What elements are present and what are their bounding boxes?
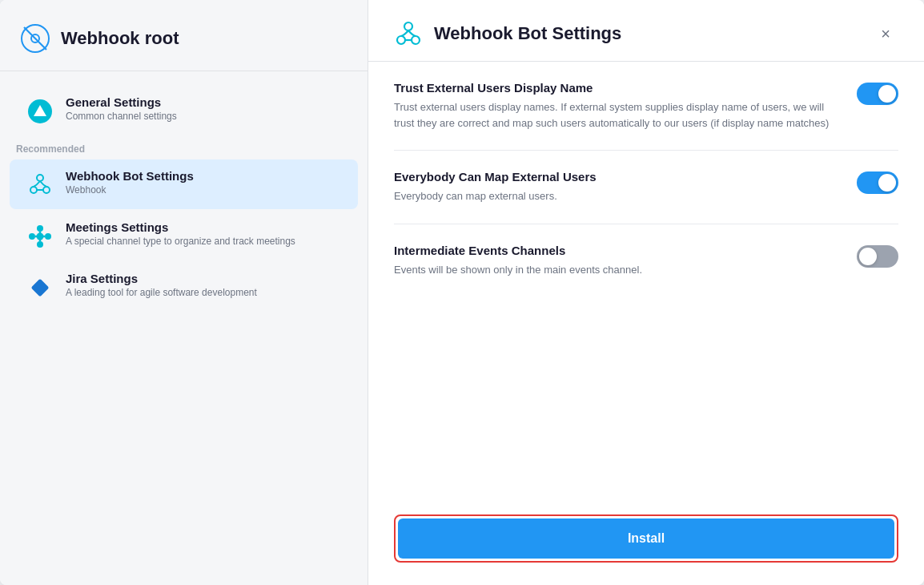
toggle-everybody-map[interactable]: [857, 171, 898, 194]
svg-point-11: [37, 241, 43, 248]
svg-point-17: [404, 22, 412, 30]
svg-point-10: [37, 225, 43, 232]
meetings-icon: [26, 222, 54, 251]
setting-row-everybody-map: Everybody Can Map External Users Everybo…: [394, 151, 898, 224]
nav-item-meetings-settings[interactable]: Meetings Settings A special channel type…: [10, 211, 358, 260]
left-header: Webhook root: [0, 0, 368, 71]
svg-point-19: [412, 36, 420, 44]
toggle-knob-intermediate-events: [859, 248, 877, 265]
setting-title-everybody-map: Everybody Can Map External Users: [394, 170, 838, 184]
nav-item-general-settings[interactable]: General Settings Common channel settings: [10, 86, 358, 135]
nav-item-webhook-bot-title: Webhook Bot Settings: [66, 169, 194, 183]
right-panel: Webhook Bot Settings × Trust External Us…: [368, 0, 924, 585]
right-header-left: Webhook Bot Settings: [394, 19, 621, 48]
svg-point-5: [28, 173, 52, 197]
left-header-title: Webhook root: [61, 28, 179, 49]
svg-point-18: [397, 36, 405, 44]
webhook-bot-panel-icon: [394, 19, 423, 48]
install-btn-wrapper: Install: [394, 514, 898, 563]
setting-row-intermediate-events: Intermediate Events Channels Events will…: [394, 224, 898, 297]
right-footer: Install: [368, 498, 924, 585]
nav-item-jira-settings[interactable]: Jira Settings A leading tool for agile s…: [10, 262, 358, 312]
setting-desc-intermediate-events: Events will be shown only in the main ev…: [394, 262, 838, 278]
app-container: Webhook root General Settings Common cha…: [0, 0, 924, 585]
svg-point-8: [43, 187, 50, 193]
nav-item-general-settings-title: General Settings: [66, 95, 177, 109]
recommended-label: Recommended: [0, 137, 368, 158]
left-nav: General Settings Common channel settings…: [0, 71, 368, 585]
close-button[interactable]: ×: [873, 21, 898, 46]
right-header-title: Webhook Bot Settings: [434, 23, 621, 44]
nav-item-jira-subtitle: A leading tool for agile software develo…: [66, 287, 257, 298]
general-settings-icon: [26, 97, 54, 126]
nav-item-meetings-title: Meetings Settings: [66, 220, 295, 234]
svg-point-6: [37, 175, 43, 181]
setting-row-trust-external: Trust External Users Display Name Trust …: [394, 62, 898, 151]
nav-item-jira-title: Jira Settings: [66, 272, 257, 285]
setting-title-intermediate-events: Intermediate Events Channels: [394, 244, 838, 257]
svg-line-1: [24, 27, 46, 50]
right-content: Trust External Users Display Name Trust …: [368, 62, 924, 498]
setting-desc-everybody-map: Everybody can map external users.: [394, 188, 838, 204]
toggle-intermediate-events[interactable]: [857, 245, 898, 268]
webhook-bot-icon: [26, 171, 54, 200]
install-button[interactable]: Install: [398, 518, 894, 559]
svg-point-13: [45, 233, 51, 240]
svg-point-7: [30, 187, 37, 193]
toggle-knob-everybody-map: [878, 174, 896, 192]
jira-icon: [26, 273, 54, 302]
toggle-knob-trust-external: [878, 85, 896, 103]
webhook-root-icon: [19, 22, 51, 54]
right-header: Webhook Bot Settings ×: [368, 0, 924, 62]
nav-item-webhook-bot-subtitle: Webhook: [66, 184, 194, 196]
left-panel: Webhook root General Settings Common cha…: [0, 0, 368, 585]
svg-point-12: [29, 233, 35, 240]
nav-item-webhook-bot-settings[interactable]: Webhook Bot Settings Webhook: [10, 159, 358, 209]
nav-item-general-settings-subtitle: Common channel settings: [66, 111, 177, 122]
setting-desc-trust-external: Trust external users display names. If e…: [394, 99, 838, 131]
svg-rect-16: [31, 279, 50, 297]
toggle-trust-external[interactable]: [857, 83, 898, 105]
nav-item-meetings-subtitle: A special channel type to organize and t…: [66, 236, 295, 247]
setting-title-trust-external: Trust External Users Display Name: [394, 81, 838, 95]
